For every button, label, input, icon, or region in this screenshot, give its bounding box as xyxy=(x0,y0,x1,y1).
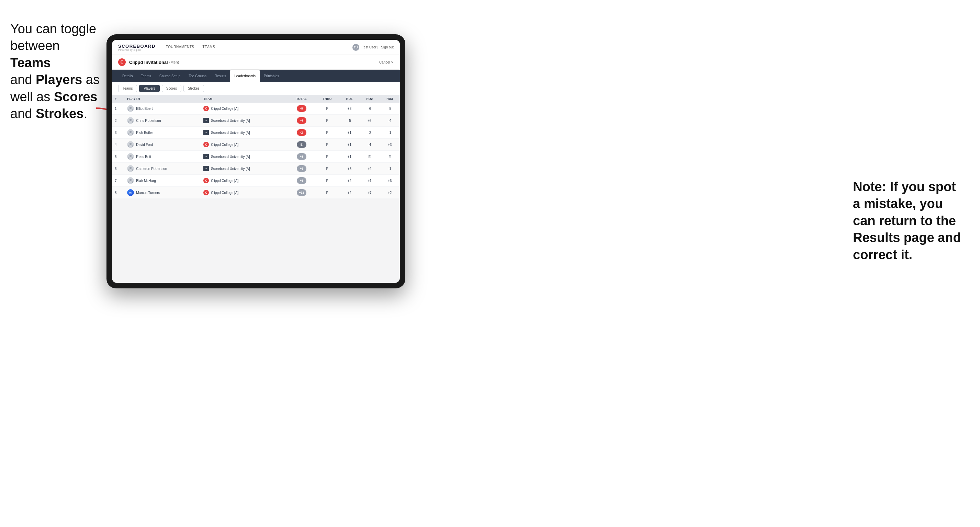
cell-total: -2 xyxy=(288,127,315,139)
player-avatar xyxy=(127,105,134,112)
svg-point-3 xyxy=(129,131,132,133)
user-avatar: TU xyxy=(352,44,359,51)
cell-rd2: +5 xyxy=(360,115,380,127)
tab-teams[interactable]: Teams xyxy=(137,70,155,82)
col-total: TOTAL xyxy=(288,95,315,103)
cell-total: -8 xyxy=(288,103,315,115)
scoreboard-logo: SCOREBOARD Powered by clippd xyxy=(118,44,156,51)
tablet-frame: SCOREBOARD Powered by clippd TOURNAMENTS… xyxy=(107,34,405,288)
cell-total: +11 xyxy=(288,187,315,199)
cell-thru: F xyxy=(315,103,339,115)
table-row: 3Rich Butler≡Scoreboard University [A]-2… xyxy=(112,127,400,139)
cell-total: +8 xyxy=(288,175,315,187)
sub-tab-strokes[interactable]: Strokes xyxy=(183,85,204,92)
player-avatar xyxy=(127,129,134,136)
cell-total: E xyxy=(288,139,315,151)
app-header: SCOREBOARD Powered by clippd TOURNAMENTS… xyxy=(112,40,400,55)
col-rd2: RD2 xyxy=(360,95,380,103)
col-team: TEAM xyxy=(200,95,288,103)
logo-main: SCOREBOARD xyxy=(118,44,156,49)
nav-tournaments[interactable]: TOURNAMENTS xyxy=(162,40,199,55)
nav-teams[interactable]: TEAMS xyxy=(198,40,219,55)
player-avatar xyxy=(127,117,134,124)
sign-out-link[interactable]: Sign out xyxy=(381,45,394,49)
cell-rd2: -2 xyxy=(360,127,380,139)
cell-rd3: +6 xyxy=(380,175,400,187)
tournament-icon: C xyxy=(118,58,126,66)
team-icon: ≡ xyxy=(204,154,209,159)
cell-rd2: +2 xyxy=(360,163,380,175)
leaderboard-table-container: # PLAYER TEAM TOTAL THRU RD1 RD2 RD3 1El… xyxy=(112,95,400,199)
cell-rd1: -5 xyxy=(339,115,360,127)
cell-player: David Ford xyxy=(124,139,200,151)
right-annotation: Note: If you spot a mistake, you can ret… xyxy=(853,179,970,264)
player-avatar: MT xyxy=(127,189,134,196)
cell-rd2: +7 xyxy=(360,187,380,199)
sub-tab-players[interactable]: Players xyxy=(139,85,159,92)
cell-team: ≡Scoreboard University [A] xyxy=(200,151,288,163)
team-icon: C xyxy=(204,190,209,195)
cell-rank: 1 xyxy=(112,103,124,115)
cell-rank: 3 xyxy=(112,127,124,139)
team-icon: C xyxy=(204,178,209,183)
team-icon: ≡ xyxy=(204,166,209,171)
cell-thru: F xyxy=(315,139,339,151)
team-icon: ≡ xyxy=(204,130,209,135)
tab-printables[interactable]: Printables xyxy=(260,70,283,82)
cell-rd2: E xyxy=(360,151,380,163)
col-player: PLAYER xyxy=(124,95,200,103)
cell-rd3: -5 xyxy=(380,103,400,115)
cell-team: CClippd College [A] xyxy=(200,103,288,115)
leaderboard-table: # PLAYER TEAM TOTAL THRU RD1 RD2 RD3 1El… xyxy=(112,95,400,199)
svg-point-6 xyxy=(129,167,132,169)
player-avatar xyxy=(127,177,134,184)
tournament-gender: (Men) xyxy=(169,60,179,64)
cell-rd1: +2 xyxy=(339,187,360,199)
cell-player: Chris Robertson xyxy=(124,115,200,127)
cell-rd1: +1 xyxy=(339,139,360,151)
logo-sub: Powered by clippd xyxy=(118,49,156,51)
cell-rd3: -1 xyxy=(380,127,400,139)
cell-team: ≡Scoreboard University [A] xyxy=(200,127,288,139)
cell-rank: 7 xyxy=(112,175,124,187)
sub-tab-scores[interactable]: Scores xyxy=(162,85,181,92)
cell-thru: F xyxy=(315,127,339,139)
col-rank: # xyxy=(112,95,124,103)
sub-tab-teams[interactable]: Teams xyxy=(118,85,137,92)
tab-course-setup[interactable]: Course Setup xyxy=(155,70,185,82)
cell-thru: F xyxy=(315,163,339,175)
cell-rank: 4 xyxy=(112,139,124,151)
table-body: 1Elliot EbertCClippd College [A]-8F+3-6-… xyxy=(112,103,400,199)
main-nav: TOURNAMENTS TEAMS xyxy=(162,40,220,55)
svg-point-4 xyxy=(129,143,132,145)
cell-rd1: +5 xyxy=(339,163,360,175)
cell-rank: 6 xyxy=(112,163,124,175)
cell-rd3: -4 xyxy=(380,115,400,127)
tab-tee-groups[interactable]: Tee Groups xyxy=(185,70,210,82)
cell-player: Rich Butler xyxy=(124,127,200,139)
cell-rd3: E xyxy=(380,151,400,163)
table-row: 6Cameron Robertson≡Scoreboard University… xyxy=(112,163,400,175)
cell-player: Elliot Ebert xyxy=(124,103,200,115)
sub-tabs: Teams Players Scores Strokes xyxy=(112,82,400,95)
user-name: Test User | xyxy=(362,45,379,49)
table-row: 1Elliot EbertCClippd College [A]-8F+3-6-… xyxy=(112,103,400,115)
svg-point-5 xyxy=(129,155,132,157)
cancel-button[interactable]: Cancel ✕ xyxy=(379,60,394,64)
cell-thru: F xyxy=(315,187,339,199)
team-icon: ≡ xyxy=(204,118,209,123)
cell-team: CClippd College [A] xyxy=(200,187,288,199)
tab-results[interactable]: Results xyxy=(210,70,230,82)
col-rd1: RD1 xyxy=(339,95,360,103)
col-thru: THRU xyxy=(315,95,339,103)
cell-team: ≡Scoreboard University [A] xyxy=(200,115,288,127)
table-row: 8MTMarcus TurnersCClippd College [A]+11F… xyxy=(112,187,400,199)
tab-details[interactable]: Details xyxy=(118,70,137,82)
cell-rd3: +2 xyxy=(380,187,400,199)
left-annotation: You can toggle between Teams and Players… xyxy=(10,21,103,122)
cell-rd3: +3 xyxy=(380,139,400,151)
table-row: 4David FordCClippd College [A]EF+1-4+3 xyxy=(112,139,400,151)
header-right: TU Test User | Sign out xyxy=(352,44,394,51)
svg-point-1 xyxy=(129,107,132,109)
tab-leaderboards[interactable]: Leaderboards xyxy=(230,70,260,82)
